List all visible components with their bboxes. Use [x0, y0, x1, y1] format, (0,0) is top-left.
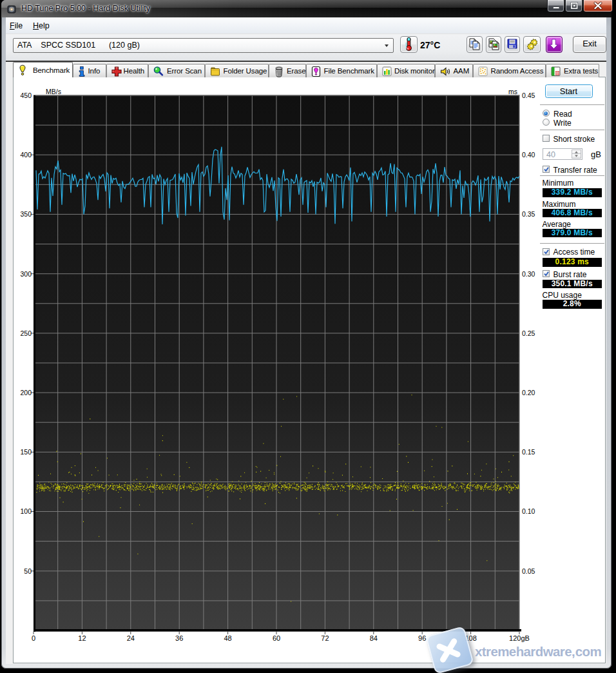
svg-text:250: 250: [20, 329, 32, 337]
svg-text:60: 60: [273, 634, 280, 642]
svg-text:0.20: 0.20: [522, 389, 535, 396]
svg-text:0.40: 0.40: [522, 151, 535, 159]
svg-text:200: 200: [20, 389, 32, 396]
svg-text:300: 300: [20, 270, 32, 278]
svg-text:0.35: 0.35: [522, 210, 535, 218]
svg-text:0.05: 0.05: [522, 567, 535, 575]
svg-text:MB/s: MB/s: [46, 88, 61, 95]
svg-text:48: 48: [224, 634, 231, 642]
svg-text:400: 400: [20, 151, 32, 159]
svg-text:120gB: 120gB: [509, 634, 530, 642]
svg-text:0.25: 0.25: [522, 329, 535, 337]
svg-text:100: 100: [20, 507, 32, 515]
svg-text:24: 24: [127, 634, 135, 642]
svg-text:72: 72: [321, 634, 329, 642]
svg-text:84: 84: [370, 634, 378, 642]
svg-text:96: 96: [418, 634, 426, 642]
svg-text:50: 50: [24, 567, 32, 575]
svg-text:ms: ms: [508, 88, 517, 95]
svg-text:36: 36: [175, 634, 183, 642]
svg-text:0.10: 0.10: [522, 507, 535, 515]
svg-text:0: 0: [32, 634, 35, 642]
svg-text:350: 350: [20, 210, 32, 218]
svg-text:150: 150: [20, 448, 32, 456]
svg-text:450: 450: [20, 92, 32, 99]
svg-text:0.15: 0.15: [522, 448, 535, 456]
svg-text:0.45: 0.45: [522, 92, 535, 99]
svg-text:0.30: 0.30: [522, 270, 535, 278]
svg-text:12: 12: [78, 634, 86, 642]
